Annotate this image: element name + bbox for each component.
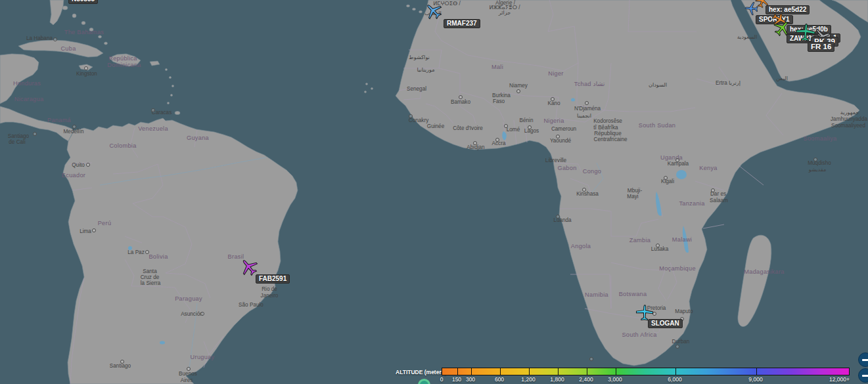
map-label: de Cali xyxy=(9,140,26,146)
map-label: Kenya xyxy=(699,165,718,172)
map-label: Bamako xyxy=(451,100,470,106)
city-marker xyxy=(145,250,149,254)
map-label: Muqdisho xyxy=(808,161,831,167)
city-marker xyxy=(711,188,715,192)
aircraft-label[interactable]: N80855 xyxy=(68,0,98,4)
map-label: Malawi xyxy=(672,237,692,244)
aircraft-label[interactable]: hex: ae5d22 xyxy=(765,5,810,14)
map-label: Côte d'Ivoire xyxy=(453,126,483,132)
map-label: Accra xyxy=(492,141,506,147)
map-label: Asunción xyxy=(181,312,203,318)
map-label: Guyana xyxy=(187,135,209,142)
map-label: Soomaaliyeed xyxy=(831,123,865,129)
map-label: N'Djaména xyxy=(574,106,601,112)
city-marker xyxy=(656,244,660,247)
map-label: Uruguay xyxy=(191,354,215,361)
map-label: Durban xyxy=(672,339,690,345)
map-label: Senegal xyxy=(407,87,426,93)
map-label: Tanzania xyxy=(679,201,704,207)
map-label: Niger xyxy=(548,71,563,77)
map-label: la Sierra xyxy=(141,281,161,287)
city-marker xyxy=(582,188,586,192)
city-marker xyxy=(813,158,817,161)
map-label: Kampala xyxy=(668,161,689,167)
aircraft-label[interactable]: RMAF237 xyxy=(444,19,480,28)
map-label: Lusaka xyxy=(651,247,668,253)
aircraft-label[interactable]: FAB2591 xyxy=(256,274,290,284)
map-label: Lima xyxy=(80,229,91,235)
map-label: Salaam xyxy=(710,198,728,204)
map-label: نواكشوط xyxy=(409,55,430,61)
city-marker xyxy=(120,360,124,364)
map-label: انجمينا xyxy=(577,114,591,119)
map-label: جزائر xyxy=(499,11,511,16)
map-label: Buenos xyxy=(179,372,197,377)
map-label: Nicaragua xyxy=(14,96,44,103)
map-label: Bénin xyxy=(520,118,534,124)
city-marker xyxy=(459,95,463,99)
map-label: Kingston xyxy=(76,72,97,77)
city-marker xyxy=(675,345,679,349)
map-label: Mayi xyxy=(627,194,638,200)
city-marker xyxy=(53,37,57,41)
map-label: مقديشو xyxy=(809,167,827,173)
map-label: Dominicana xyxy=(107,62,141,69)
city-marker xyxy=(72,125,76,129)
city-marker xyxy=(86,163,90,167)
map-label: Cameroun xyxy=(551,127,576,133)
city-marker xyxy=(528,125,532,129)
map-label: Botswana xyxy=(619,291,647,298)
map-label: Kigali xyxy=(661,179,674,185)
aircraft-label[interactable]: SLOGAN xyxy=(648,319,683,328)
map-label: Libreville xyxy=(545,158,566,164)
map-label: موريتانيا xyxy=(417,68,434,74)
map-label: Mali xyxy=(491,64,503,71)
map-label: Honduras xyxy=(13,81,41,87)
map-label: Faso xyxy=(493,99,505,105)
city-marker xyxy=(675,158,679,162)
map-label: Aires xyxy=(181,378,193,384)
map-label: Santiago xyxy=(110,364,131,370)
map-label: Brasil xyxy=(228,254,244,261)
map-label: São Paulo xyxy=(239,303,263,309)
map-label: Quito xyxy=(72,163,85,169)
map-label: Panamá xyxy=(47,117,71,124)
map-label: Ertra إرتريا xyxy=(716,81,741,87)
map-label: Paraguay xyxy=(175,296,202,303)
map-label: Conakry xyxy=(409,118,429,124)
map-label: Maputo xyxy=(675,309,693,315)
map-label: السعودية xyxy=(737,35,758,41)
city-marker xyxy=(187,367,191,371)
zoom-button[interactable] xyxy=(858,352,868,367)
map-label: Cuba xyxy=(60,46,76,53)
map-label: Nigeria xyxy=(543,118,564,125)
map-label: La Habana xyxy=(26,36,53,42)
map-label: Abidjan xyxy=(467,145,484,151)
city-marker xyxy=(473,141,477,145)
city-marker xyxy=(585,101,589,105)
city-marker xyxy=(664,176,668,180)
map-label: South Sudan xyxy=(639,123,675,129)
map-label: Angola xyxy=(571,244,591,250)
map-label: جمهورية xyxy=(840,110,859,116)
map-label: Lomé xyxy=(507,127,520,133)
aircraft-label[interactable]: FR 16 xyxy=(808,42,834,52)
map-label: اليمن xyxy=(776,76,788,82)
city-marker xyxy=(92,228,96,232)
map-label: Medellín xyxy=(64,129,84,135)
map-label: Ecuador xyxy=(62,173,85,179)
city-marker xyxy=(33,132,37,136)
map-label: Venezuela xyxy=(138,126,168,133)
map-label: Congo xyxy=(583,169,602,175)
map-label: Centrafricaine xyxy=(594,137,628,143)
city-marker xyxy=(409,114,413,118)
map-label: Moçambique xyxy=(659,266,696,272)
city-marker xyxy=(589,357,593,361)
map-label: Perú xyxy=(98,221,112,227)
zoom-button[interactable] xyxy=(858,368,868,383)
map-label: Kano xyxy=(547,101,560,107)
map-label: Namibia xyxy=(585,292,608,299)
map-label: Madagasikara xyxy=(744,269,784,276)
map-label: Soomaaliya xyxy=(803,136,836,142)
map-label: Kinshasa xyxy=(576,192,599,198)
